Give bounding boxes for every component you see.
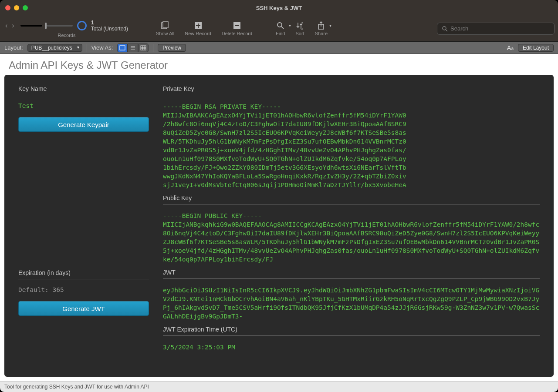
svg-rect-4 [196, 25, 200, 26]
layout-dropdown[interactable]: PUB__publickeys [27, 44, 82, 52]
records-pie-icon [77, 21, 87, 30]
svg-rect-18 [141, 46, 146, 50]
new-record-icon [194, 21, 203, 30]
divider [153, 44, 153, 52]
svg-rect-14 [120, 46, 125, 50]
jwt-label: JWT [163, 269, 540, 279]
preview-button[interactable]: Preview [158, 44, 186, 52]
maximize-window-button[interactable] [23, 5, 28, 10]
status-text: Tool for generating SSH Keys and JWT for… [4, 384, 149, 390]
svg-line-8 [281, 27, 284, 29]
window-controls [5, 5, 28, 10]
find-button[interactable]: ▾ Find [271, 21, 290, 36]
content-area: Admin API Keys & JWT Generator Key Name … [0, 54, 558, 381]
svg-rect-6 [235, 25, 239, 26]
new-record-button[interactable]: New Record [179, 21, 216, 36]
view-table-button[interactable] [138, 44, 149, 52]
record-slider[interactable] [47, 25, 73, 27]
minimize-window-button[interactable] [14, 5, 19, 10]
edit-layout-button[interactable]: Edit Layout [518, 44, 554, 52]
layout-label: Layout: [4, 44, 23, 51]
share-icon: ▾ [317, 21, 325, 30]
view-as-buttons [117, 44, 149, 52]
titlebar: SSH Keys & JWT [0, 0, 558, 16]
generate-keypair-button[interactable]: Generate Keypair [18, 117, 149, 132]
status-bar: Tool for generating SSH Keys and JWT for… [0, 381, 558, 392]
key-name-field[interactable]: Test [18, 99, 149, 111]
search-icon [442, 26, 448, 32]
text-format-icon[interactable]: Aa [507, 44, 514, 51]
svg-point-12 [443, 27, 446, 30]
svg-text:z: z [301, 27, 303, 30]
view-as-label: View As: [91, 44, 113, 51]
sort-icon: az [296, 21, 304, 30]
svg-rect-1 [163, 22, 168, 28]
private-key-field[interactable]: -----BEGIN RSA PRIVATE KEY----- MIIJJwIB… [163, 100, 540, 190]
svg-line-13 [446, 30, 447, 31]
page-title: Admin API Keys & JWT Generator [0, 54, 558, 75]
nav-back-button[interactable]: ‹ [5, 22, 7, 30]
sort-button[interactable]: az Sort [291, 21, 310, 36]
find-icon: ▾ [276, 21, 285, 30]
nav-forward-button[interactable]: › [12, 22, 14, 30]
app-window: SSH Keys & JWT ‹ › 1 Total (Unsorted) [0, 0, 558, 392]
jwt-exp-field: 3/5/2024 3:25:03 PM [163, 340, 540, 352]
records-label: Records [58, 33, 76, 38]
record-number-box[interactable] [20, 25, 42, 27]
show-all-button[interactable]: Show All [151, 21, 179, 36]
layout-bar: Layout: PUB__publickeys View As: Preview… [0, 42, 558, 54]
generate-jwt-button[interactable]: Generate JWT [18, 301, 149, 316]
window-title: SSH Keys & JWT [256, 5, 302, 11]
record-status: Total (Unsorted) [91, 26, 128, 32]
public-key-field[interactable]: -----BEGIN PUBLIC KEY----- MIICIjANBgkqh… [163, 209, 540, 265]
left-column: Key Name Test Generate Keypair Expiratio… [18, 85, 149, 366]
view-form-button[interactable] [117, 44, 128, 52]
right-column: Private Key -----BEGIN RSA PRIVATE KEY--… [163, 85, 540, 366]
expiration-label: Expiration (in days) [18, 269, 149, 279]
search-placeholder: Search [450, 25, 468, 32]
key-name-label: Key Name [18, 85, 149, 95]
svg-point-7 [277, 23, 282, 27]
divider [87, 44, 87, 52]
record-count: 1 [91, 20, 128, 26]
delete-record-icon [233, 21, 241, 30]
main-toolbar: ‹ › 1 Total (Unsorted) Records [0, 16, 558, 42]
share-button[interactable]: ▾ Share [310, 21, 333, 36]
view-list-button[interactable] [128, 44, 138, 52]
show-all-icon [161, 21, 169, 30]
records-widget: 1 Total (Unsorted) [20, 20, 128, 32]
expiration-field[interactable]: Default: 365 [18, 283, 149, 295]
jwt-field[interactable]: eyJhbGciOiJSUzI1NiIsInR5cCI6IkpXVCJ9.eyJ… [163, 283, 540, 322]
svg-text:a: a [301, 21, 303, 24]
private-key-label: Private Key [163, 85, 540, 95]
form-panel: Key Name Test Generate Keypair Expiratio… [4, 75, 554, 377]
toolbar-search-input[interactable]: Search [437, 23, 555, 35]
delete-record-button[interactable]: Delete Record [216, 21, 257, 36]
close-window-button[interactable] [5, 5, 10, 10]
public-key-label: Public Key [163, 194, 540, 204]
jwt-exp-label: JWT Expiration Time (UTC) [163, 326, 540, 336]
